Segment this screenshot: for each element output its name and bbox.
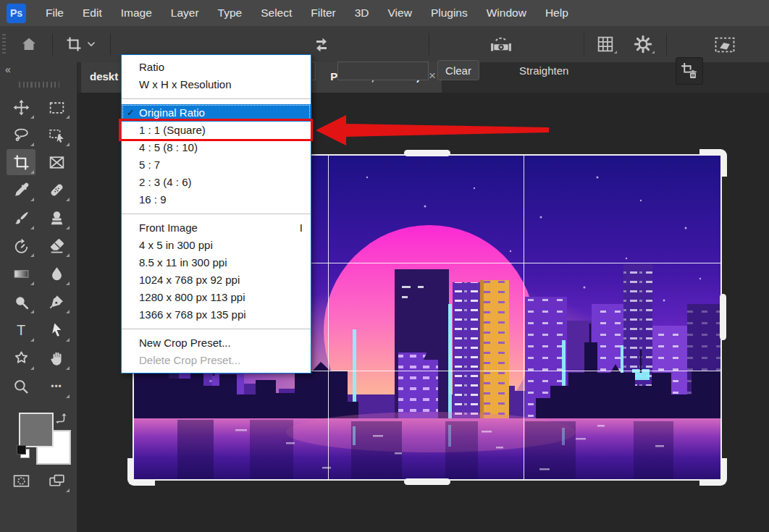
options-bar-grip[interactable] [2,34,6,54]
object-selection-tool-button[interactable] [42,122,71,148]
zoom-icon [12,378,30,396]
flyout-indicator [30,226,34,229]
flyout-indicator [30,282,34,285]
hand-icon [48,350,66,368]
menu-window[interactable]: Window [477,7,536,20]
menu-item-label: Delete Crop Preset... [139,354,240,366]
gradient-tool-button[interactable] [7,261,35,287]
history-brush-tool-button[interactable] [7,232,35,258]
menu-item-16-9[interactable]: 16 : 9 [122,191,311,208]
hand-tool-button[interactable] [42,345,71,371]
brush-icon [12,209,30,227]
lasso-tool-button[interactable] [7,122,35,148]
straighten-icon[interactable] [489,35,513,54]
flyout-indicator [66,282,70,285]
custom-shape-tool-button[interactable] [7,345,35,371]
crop-handle-top[interactable] [404,150,450,156]
screen-mode-button[interactable] [42,468,71,494]
menu-help[interactable]: Help [536,7,578,20]
crop-handle-right[interactable] [720,294,726,340]
path-selection-tool-button[interactable] [42,317,71,343]
crop-handle-bottom[interactable] [404,478,450,485]
menu-item-4x5-300ppi[interactable]: 4 x 5 in 300 ppi [122,237,311,254]
swap-width-height-icon[interactable] [313,36,330,54]
crop-height-input[interactable] [337,62,429,80]
chevron-down-icon[interactable] [87,41,96,48]
menu-item-5-7[interactable]: 5 : 7 [122,156,311,174]
separator [110,33,111,55]
straighten-button[interactable]: Straighten [519,64,568,77]
menu-layer[interactable]: Layer [161,7,209,20]
menu-type[interactable]: Type [209,7,252,20]
delete-cropped-pixels-button[interactable] [676,57,703,85]
menu-item-1280x800[interactable]: 1280 x 800 px 113 ppi [122,289,311,306]
frame-tool-button[interactable] [42,149,71,175]
menu-item-1366x768[interactable]: 1366 x 768 px 135 ppi [122,306,311,324]
menu-item-85x11-300ppi[interactable]: 8.5 x 11 in 300 ppi [122,254,311,271]
swap-colors-icon[interactable] [55,413,68,426]
panel-grip[interactable] [19,82,59,88]
crop-tool-button[interactable] [7,149,35,175]
pen-tool-button[interactable] [42,289,71,315]
blur-tool-button[interactable] [42,261,71,287]
gradient-icon [12,265,30,283]
photoshop-window: Ps File Edit Image Layer Type Select Fil… [0,0,769,532]
flyout-indicator [30,338,34,342]
more-tools-button[interactable]: ••• [42,373,71,400]
menu-filter[interactable]: Filter [301,7,345,20]
spot-healing-brush-icon [48,181,66,199]
collapse-panel-icon[interactable]: « [5,64,12,75]
foreground-color-swatch[interactable] [19,413,54,447]
gear-icon[interactable] [633,34,653,54]
crop-tool-icon[interactable] [65,35,83,53]
type-tool-button[interactable]: T [7,317,35,343]
marquee-tool-button[interactable] [42,94,71,120]
crop-handle-top-right[interactable] [699,149,727,177]
crop-handle-bottom-right[interactable] [699,458,727,486]
home-icon[interactable] [20,35,38,53]
eyedropper-tool-button[interactable] [7,177,35,203]
menu-item-4-5[interactable]: 4 : 5 (8 : 10) [122,139,311,156]
crop-grid-line [524,156,524,479]
menu-item-label: New Crop Preset... [139,337,231,349]
zoom-tool-button[interactable] [7,373,35,400]
close-icon[interactable]: × [429,69,436,83]
menu-item-label: 5 : 7 [139,159,160,171]
type-icon: T [17,323,25,337]
menu-3d[interactable]: 3D [345,7,379,20]
dodge-tool-button[interactable] [7,289,35,315]
healing-brush-tool-button[interactable] [42,177,71,203]
menu-item-new-crop-preset[interactable]: New Crop Preset... [122,334,311,352]
separator [584,33,584,55]
separator [429,33,429,55]
brush-tool-button[interactable] [7,205,35,231]
menu-item-label: 8.5 x 11 in 300 ppi [139,256,227,269]
menu-item-2-3[interactable]: 2 : 3 (4 : 6) [122,174,311,191]
options-bar: Original Ratio Clear Straighten [0,26,769,62]
crop-handle-bottom-left[interactable] [127,458,155,486]
menu-edit[interactable]: Edit [73,7,112,20]
menu-image[interactable]: Image [112,7,161,20]
separator [52,33,53,55]
move-tool-button[interactable] [7,94,35,120]
clone-stamp-tool-button[interactable] [42,205,71,231]
menu-item-1024x768[interactable]: 1024 x 768 px 92 ppi [122,271,311,289]
menu-view[interactable]: View [379,7,421,20]
photoshop-logo-icon[interactable]: Ps [7,4,26,23]
flyout-indicator [66,253,70,257]
menu-select[interactable]: Select [251,7,301,20]
content-aware-icon[interactable] [714,35,736,55]
eraser-tool-button[interactable] [42,232,71,258]
flyout-indicator [30,366,34,370]
menu-file[interactable]: File [36,7,73,20]
menu-item-front-image[interactable]: Front Image I [122,219,311,237]
menu-item-label: 4 : 5 (8 : 10) [139,141,198,153]
clear-button[interactable]: Clear [437,60,479,80]
menu-plugins[interactable]: Plugins [421,7,477,20]
menu-item-ratio[interactable]: Ratio [122,59,311,76]
crop-overlay-grid-icon[interactable] [595,34,615,54]
menu-item-wxh-resolution[interactable]: W x H x Resolution [122,76,311,93]
quick-mask-button[interactable] [7,468,35,494]
default-colors-icon[interactable] [17,445,26,455]
document-title-left: deskt [90,70,118,83]
